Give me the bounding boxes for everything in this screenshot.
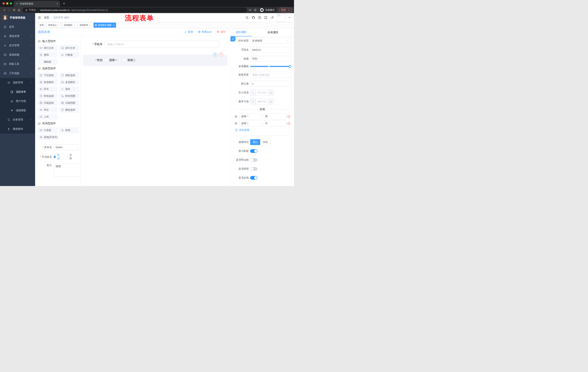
label-width-input[interactable] xyxy=(250,72,290,78)
sidebar-item[interactable]: 流程模型 xyxy=(0,106,35,115)
avatar[interactable] xyxy=(277,13,285,22)
palette-item[interactable]: 单选框组 xyxy=(38,79,57,85)
copy-field-button[interactable] xyxy=(213,53,217,57)
palette-item[interactable]: 开关 xyxy=(38,86,57,92)
new-tab-button[interactable]: + xyxy=(63,1,65,6)
delete-field-button[interactable] xyxy=(219,53,223,57)
palette-item[interactable]: 时间范围 xyxy=(59,93,79,99)
drag-handle-icon[interactable] xyxy=(234,122,237,125)
canvas-field-gender[interactable]: *性别 选项一 选项二 xyxy=(83,55,228,66)
increment-button[interactable]: + xyxy=(268,90,274,95)
close-window-button[interactable] xyxy=(2,2,5,5)
required-toggle[interactable] xyxy=(250,176,257,180)
canvas-field-phone[interactable]: *手机号 xyxy=(83,39,228,50)
page-tab[interactable]: 流程定义✕ xyxy=(46,22,61,28)
min-select-input[interactable] xyxy=(256,90,268,95)
close-tab-icon[interactable]: ✕ xyxy=(74,24,75,26)
remove-option-button[interactable] xyxy=(287,122,290,125)
sidebar-item[interactable]: ¥支付管理 xyxy=(0,41,35,50)
page-tab[interactable]: 流程表单-编辑✕ xyxy=(94,22,116,28)
decrement-button[interactable]: − xyxy=(250,90,256,95)
bookmark-star-icon[interactable] xyxy=(254,9,257,11)
update-button[interactable]: 更新 xyxy=(279,8,292,12)
palette-item[interactable]: 多选框组 xyxy=(59,79,79,85)
slider-handle[interactable] xyxy=(289,65,291,68)
tab-form-props[interactable]: 表单属性 xyxy=(252,28,294,36)
palette-item[interactable]: 颜色选择 xyxy=(59,107,79,113)
palette-item[interactable]: 评分 xyxy=(38,107,57,113)
view-json-button[interactable]: 查看json xyxy=(198,30,212,34)
search-icon[interactable] xyxy=(245,16,249,19)
sidebar-item[interactable]: 流程表单 xyxy=(0,87,35,96)
page-tab[interactable]: 首页 xyxy=(38,22,45,28)
palette-item[interactable]: 行容器 xyxy=(38,128,57,133)
border-toggle[interactable] xyxy=(250,158,257,162)
option-value-input[interactable] xyxy=(263,120,286,126)
max-select-input[interactable] xyxy=(256,99,268,104)
palette-item[interactable]: 编辑器 xyxy=(38,59,57,65)
palette-item[interactable]: 上传 xyxy=(38,114,57,120)
hamburger-icon[interactable] xyxy=(38,16,41,19)
palette-item[interactable]: 表格[开发中] xyxy=(38,134,57,140)
sidebar-item[interactable]: 用户分组 xyxy=(0,96,35,106)
sidebar-item[interactable]: 首页 xyxy=(0,22,35,32)
palette-item[interactable]: 下拉选择 xyxy=(38,73,57,78)
minimize-window-button[interactable] xyxy=(6,2,8,5)
palette-item[interactable]: 日期范围 xyxy=(59,100,79,106)
forward-button[interactable] xyxy=(7,8,12,12)
default-value-input[interactable] xyxy=(250,81,290,87)
drag-handle-icon[interactable] xyxy=(234,115,237,118)
save-button[interactable]: 保存 xyxy=(184,30,193,34)
github-icon[interactable] xyxy=(252,16,255,19)
component-type-select[interactable]: 多选框组 xyxy=(250,38,290,44)
increment-button[interactable]: + xyxy=(268,99,274,104)
status-on-radio[interactable]: 开启 xyxy=(54,154,61,160)
close-tab-icon[interactable]: ✕ xyxy=(56,2,58,5)
option-value-input[interactable] xyxy=(263,114,286,119)
palette-item[interactable]: 多行文本 xyxy=(59,45,79,51)
show-label-toggle[interactable] xyxy=(250,149,257,153)
status-off-radio[interactable]: 关闭 xyxy=(66,154,74,160)
option-style-button[interactable]: 按钮 xyxy=(260,139,270,145)
reload-button[interactable] xyxy=(12,8,17,12)
palette-item[interactable]: 单行文本 xyxy=(38,45,57,51)
sidebar-item[interactable]: 请假查询 xyxy=(0,124,35,134)
palette-item[interactable]: 时间选择 xyxy=(38,93,57,99)
sidebar-item[interactable]: 研发工具 xyxy=(0,59,35,69)
disabled-toggle[interactable] xyxy=(250,167,257,171)
back-button[interactable] xyxy=(2,8,7,12)
help-icon[interactable] xyxy=(258,16,261,19)
home-button[interactable] xyxy=(17,8,21,12)
title-input[interactable] xyxy=(250,56,290,62)
page-tab[interactable]: 流程模型✕ xyxy=(62,22,77,28)
password-key-icon[interactable] xyxy=(249,9,252,11)
sidebar-item[interactable]: 流程管理 xyxy=(0,78,35,87)
close-tab-icon[interactable]: ✕ xyxy=(113,24,114,26)
tab-component-props[interactable]: 组件属性 xyxy=(231,28,252,36)
url-bar[interactable]: 不安全 dashboard.yudao.iocoder.cn/bpm/manag… xyxy=(22,8,247,12)
zoom-window-button[interactable] xyxy=(10,2,12,5)
palette-item[interactable]: 按钮 xyxy=(59,128,79,133)
breadcrumb-home[interactable]: 首页 xyxy=(44,16,49,19)
option-style-default[interactable]: 默认 xyxy=(250,139,260,145)
app-logo[interactable]: 芋道管理系统 xyxy=(0,13,35,22)
form-name-input[interactable] xyxy=(54,144,78,150)
phone-input[interactable] xyxy=(105,41,219,48)
remark-textarea[interactable]: 嘿嘿 xyxy=(54,164,81,177)
sidebar-item[interactable]: 工作流程 xyxy=(0,69,35,78)
option-label-input[interactable] xyxy=(239,114,262,119)
fullscreen-icon[interactable] xyxy=(264,16,267,19)
font-size-icon[interactable]: TT xyxy=(270,16,274,20)
page-tab[interactable]: 流程表单✕ xyxy=(78,22,93,28)
form-grid-slider[interactable] xyxy=(250,66,290,67)
avatar-caret-icon[interactable] xyxy=(288,17,290,19)
palette-item[interactable]: 滑块 xyxy=(59,86,79,92)
clear-button[interactable]: 清空 xyxy=(217,30,226,34)
gender-option-1-checkbox[interactable]: 选项一 xyxy=(105,58,117,62)
close-tab-icon[interactable]: ✕ xyxy=(90,24,91,26)
palette-item[interactable]: 123计数器 xyxy=(59,52,79,58)
palette-item[interactable]: 密码 xyxy=(38,52,57,58)
browser-menu-icon[interactable] xyxy=(287,9,290,11)
field-name-input[interactable] xyxy=(250,47,290,53)
browser-tab[interactable]: 芋道管理系统 ✕ xyxy=(14,1,60,7)
